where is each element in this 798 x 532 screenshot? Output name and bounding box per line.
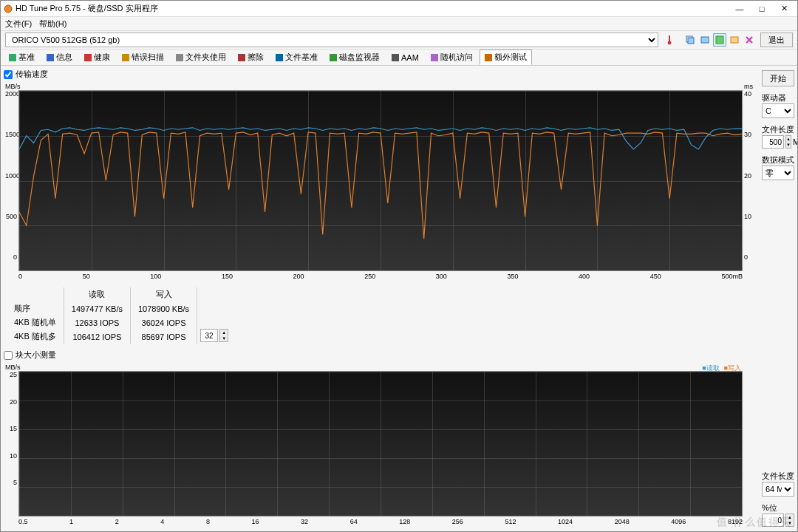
filelen-label: 文件长度 (762, 124, 794, 135)
svg-rect-16 (392, 54, 399, 61)
svg-rect-11 (122, 54, 129, 61)
y-axis-left: 2000150010005000 (5, 90, 17, 261)
svg-point-2 (668, 41, 672, 45)
svg-rect-7 (731, 37, 738, 43)
svg-rect-10 (84, 54, 92, 61)
menu-file[interactable]: 文件(F) (5, 18, 32, 30)
blocksize-chart (18, 371, 743, 516)
tab-7[interactable]: 磁盘监视器 (324, 50, 385, 65)
window-title: HD Tune Pro 5.75 - 硬盘/SSD 实用程序 (16, 3, 729, 14)
drive-select[interactable]: C (762, 103, 794, 118)
x-axis-2: 0.512481632641282565121024204840968192 (18, 518, 743, 525)
minimize-button[interactable]: — (729, 2, 750, 16)
titlebar: HD Tune Pro 5.75 - 硬盘/SSD 实用程序 — □ ✕ (1, 1, 797, 17)
menubar: 文件(F) 帮助(H) (1, 17, 797, 30)
y-axis-left-2: 252015105 (5, 371, 17, 506)
misc-input[interactable] (762, 514, 784, 527)
misc-spinner[interactable]: ▲▼ (785, 514, 794, 527)
device-selector[interactable]: ORICO V500 512GB (512 gb) (5, 33, 658, 47)
y-unit-right: ms (744, 83, 753, 90)
svg-rect-15 (330, 54, 337, 61)
svg-rect-14 (276, 54, 283, 61)
drive-label: 驱动器 (762, 92, 794, 103)
y-unit-left: MB/s (5, 83, 21, 90)
tab-4[interactable]: 文件夹使用 (171, 50, 231, 65)
tab-0[interactable]: 基准 (4, 50, 40, 65)
device-toolbar: ORICO V500 512GB (512 gb) 退出 (1, 30, 797, 50)
tool-screenshot-icon[interactable] (698, 33, 712, 47)
blocksize-checkbox[interactable]: 块大小测量 (4, 349, 756, 361)
threads-spinner[interactable]: ▲▼ (219, 329, 228, 342)
tool-save-icon[interactable] (713, 33, 726, 47)
tab-9[interactable]: 随机访问 (426, 50, 478, 65)
filelen-input[interactable] (762, 135, 784, 149)
svg-rect-4 (688, 38, 694, 44)
svg-rect-6 (716, 36, 723, 44)
close-button[interactable]: ✕ (774, 2, 794, 16)
tab-10[interactable]: 额外测试 (480, 50, 532, 65)
svg-rect-8 (9, 54, 16, 61)
svg-rect-12 (176, 54, 183, 61)
filelen-spinner[interactable]: ▲▼ (785, 135, 791, 149)
filelen2-label: 文件长度 (762, 471, 794, 482)
start-button[interactable]: 开始 (762, 70, 794, 86)
tabbar: 基准信息健康错误扫描文件夹使用擦除文件基准磁盘监视器AAM随机访问额外测试 (1, 50, 797, 66)
datamode-label: 数据模式 (762, 154, 794, 166)
svg-rect-17 (431, 54, 438, 61)
svg-rect-13 (238, 54, 245, 61)
side-panel: 开始 驱动器 C 文件长度 ▲▼MB 数据模式 零 文件长度 64 MB %位 … (759, 66, 797, 531)
svg-rect-9 (47, 54, 54, 61)
misc-label: %位 (762, 502, 794, 514)
y-unit-left-2: MB/s (5, 364, 21, 371)
svg-point-0 (4, 5, 12, 13)
maximize-button[interactable]: □ (751, 2, 772, 16)
tab-1[interactable]: 信息 (41, 50, 78, 65)
transfer-rate-chart (18, 90, 743, 271)
transfer-speed-checkbox[interactable]: 传输速度 (4, 69, 756, 80)
tool-misc-icon[interactable] (743, 33, 756, 47)
threads-input[interactable] (200, 329, 218, 342)
x-axis: 050100150200250300350400450500mB (18, 273, 743, 280)
tab-3[interactable]: 错误扫描 (117, 50, 169, 65)
tab-8[interactable]: AAM (386, 51, 424, 64)
temperature-icon[interactable] (663, 33, 676, 47)
filelen2-select[interactable]: 64 MB (762, 482, 794, 497)
tab-6[interactable]: 文件基准 (270, 50, 323, 65)
datamode-select[interactable]: 零 (762, 166, 794, 180)
exit-button[interactable]: 退出 (760, 33, 793, 47)
results-table: 读取写入顺序1497477 KB/s1078900 KB/s4KB 随机单126… (7, 287, 756, 344)
y-axis-right: 403020100 (744, 90, 753, 261)
tab-5[interactable]: 擦除 (233, 50, 269, 65)
menu-help[interactable]: 帮助(H) (39, 18, 66, 30)
tab-2[interactable]: 健康 (79, 50, 115, 65)
tool-copy-icon[interactable] (683, 33, 697, 47)
svg-rect-5 (701, 37, 709, 43)
tool-options-icon[interactable] (728, 33, 741, 47)
app-icon (4, 4, 13, 13)
svg-rect-18 (485, 54, 492, 61)
